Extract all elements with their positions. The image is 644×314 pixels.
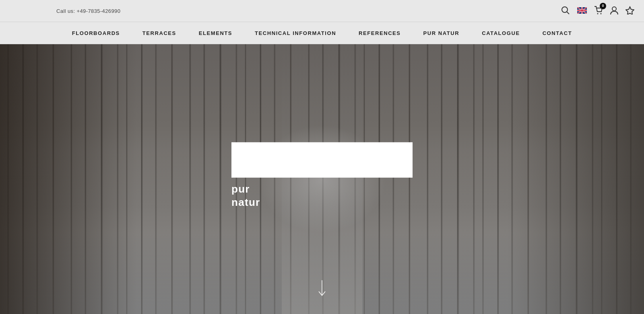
- cart-badge: 0: [600, 3, 606, 9]
- account-icon[interactable]: [610, 6, 618, 16]
- svg-line-1: [567, 12, 570, 14]
- nav-item-floorboards[interactable]: FLOORBOARDS: [61, 22, 131, 44]
- svg-point-11: [597, 13, 599, 14]
- nav-item-technical-information[interactable]: TECHNICAL INFORMATION: [244, 22, 347, 44]
- svg-marker-14: [626, 7, 634, 14]
- brand-line2: natur: [231, 196, 260, 208]
- search-icon[interactable]: [561, 6, 570, 16]
- svg-point-13: [612, 7, 616, 11]
- hero-white-box: [231, 142, 413, 177]
- right-tree-shadow: [507, 44, 644, 314]
- nav-item-elements[interactable]: ELEMENTS: [188, 22, 244, 44]
- left-tree-shadow: [0, 44, 137, 314]
- nav-item-catalogue[interactable]: CATALOGUE: [471, 22, 531, 44]
- svg-point-12: [601, 13, 602, 14]
- call-label: Call us: +49-7835-426990: [56, 8, 120, 14]
- language-icon[interactable]: [577, 7, 587, 15]
- svg-point-0: [562, 7, 568, 12]
- wishlist-icon[interactable]: [625, 6, 634, 16]
- svg-rect-10: [582, 7, 582, 14]
- main-navigation: FLOORBOARDS TERRACES ELEMENTS TECHNICAL …: [0, 22, 644, 44]
- hero-content: pur natur: [231, 142, 413, 209]
- nav-item-references[interactable]: REFERENCES: [347, 22, 412, 44]
- brand-logo-text: pur natur: [231, 182, 260, 209]
- nav-item-contact[interactable]: CONTACT: [531, 22, 584, 44]
- top-bar: Call us: +49-7835-426990: [0, 0, 644, 22]
- cart-icon[interactable]: 0: [594, 6, 603, 16]
- brand-line1: pur: [231, 183, 250, 195]
- scroll-down-arrow[interactable]: [317, 280, 327, 298]
- hero-section: pur natur: [0, 44, 644, 314]
- top-icons: 0: [561, 6, 634, 16]
- nav-item-pur-natur[interactable]: PUR NATUR: [412, 22, 471, 44]
- nav-item-terraces[interactable]: TERRACES: [131, 22, 188, 44]
